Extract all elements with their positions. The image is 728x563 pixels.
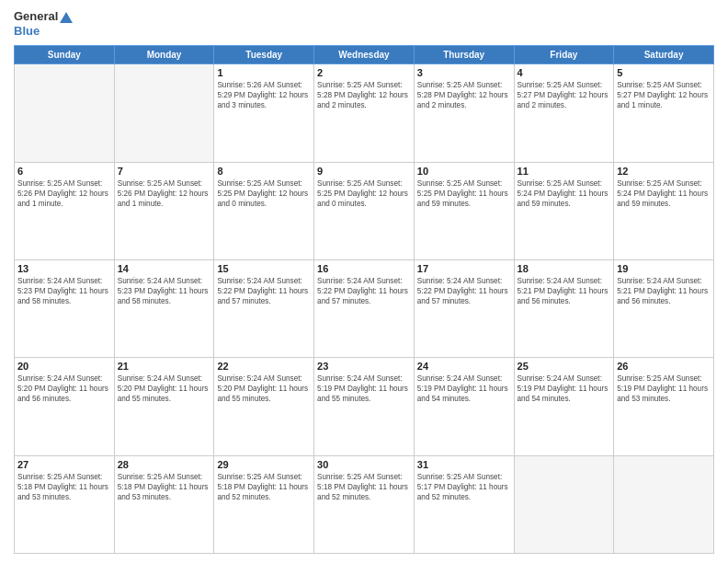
day-cell: 31Sunrise: 5:25 AM Sunset: 5:17 PM Dayli…	[414, 455, 514, 553]
day-cell: 22Sunrise: 5:24 AM Sunset: 5:20 PM Dayli…	[214, 358, 314, 455]
day-info: Sunrise: 5:25 AM Sunset: 5:18 PM Dayligh…	[17, 472, 111, 502]
day-info: Sunrise: 5:24 AM Sunset: 5:19 PM Dayligh…	[317, 373, 411, 404]
weekday-monday: Monday	[114, 46, 214, 64]
day-cell: 8Sunrise: 5:25 AM Sunset: 5:25 PM Daylig…	[214, 162, 314, 259]
day-info: Sunrise: 5:25 AM Sunset: 5:24 PM Dayligh…	[518, 178, 611, 209]
day-info: Sunrise: 5:24 AM Sunset: 5:22 PM Dayligh…	[217, 276, 311, 306]
day-info: Sunrise: 5:24 AM Sunset: 5:21 PM Dayligh…	[617, 276, 711, 306]
day-info: Sunrise: 5:24 AM Sunset: 5:21 PM Dayligh…	[518, 276, 611, 306]
day-cell: 3Sunrise: 5:25 AM Sunset: 5:28 PM Daylig…	[414, 64, 514, 162]
day-cell: 14Sunrise: 5:24 AM Sunset: 5:23 PM Dayli…	[114, 259, 214, 357]
day-cell: 6Sunrise: 5:25 AM Sunset: 5:26 PM Daylig…	[15, 162, 115, 259]
day-info: Sunrise: 5:25 AM Sunset: 5:18 PM Dayligh…	[118, 472, 211, 502]
weekday-wednesday: Wednesday	[314, 46, 415, 64]
day-cell	[614, 455, 714, 553]
day-number: 28	[118, 459, 211, 470]
day-number: 8	[217, 166, 311, 177]
week-row-5: 27Sunrise: 5:25 AM Sunset: 5:18 PM Dayli…	[15, 455, 714, 553]
day-number: 23	[317, 361, 411, 372]
day-number: 10	[417, 166, 511, 177]
day-cell: 25Sunrise: 5:24 AM Sunset: 5:19 PM Dayli…	[514, 358, 614, 455]
day-info: Sunrise: 5:24 AM Sunset: 5:23 PM Dayligh…	[17, 276, 111, 306]
calendar: SundayMondayTuesdayWednesdayThursdayFrid…	[14, 45, 714, 554]
day-number: 5	[617, 67, 711, 78]
day-info: Sunrise: 5:25 AM Sunset: 5:18 PM Dayligh…	[317, 472, 411, 502]
day-cell: 20Sunrise: 5:24 AM Sunset: 5:20 PM Dayli…	[15, 358, 115, 455]
day-cell: 7Sunrise: 5:25 AM Sunset: 5:26 PM Daylig…	[114, 162, 214, 259]
day-info: Sunrise: 5:24 AM Sunset: 5:19 PM Dayligh…	[518, 373, 611, 404]
logo: GeneralBlue	[14, 9, 73, 38]
day-info: Sunrise: 5:25 AM Sunset: 5:25 PM Dayligh…	[417, 178, 511, 209]
day-number: 11	[518, 166, 611, 177]
day-cell: 24Sunrise: 5:24 AM Sunset: 5:19 PM Dayli…	[414, 358, 514, 455]
day-number: 20	[17, 361, 111, 372]
day-info: Sunrise: 5:26 AM Sunset: 5:29 PM Dayligh…	[217, 80, 311, 110]
day-cell: 21Sunrise: 5:24 AM Sunset: 5:20 PM Dayli…	[114, 358, 214, 455]
day-cell: 28Sunrise: 5:25 AM Sunset: 5:18 PM Dayli…	[114, 455, 214, 553]
day-number: 16	[317, 263, 411, 274]
page: GeneralBlue SundayMondayTuesdayWednesday…	[0, 0, 728, 563]
day-cell: 17Sunrise: 5:24 AM Sunset: 5:22 PM Dayli…	[414, 259, 514, 357]
week-row-1: 1Sunrise: 5:26 AM Sunset: 5:29 PM Daylig…	[15, 64, 714, 162]
day-cell: 15Sunrise: 5:24 AM Sunset: 5:22 PM Dayli…	[214, 259, 314, 357]
day-cell: 30Sunrise: 5:25 AM Sunset: 5:18 PM Dayli…	[314, 455, 415, 553]
day-info: Sunrise: 5:25 AM Sunset: 5:18 PM Dayligh…	[217, 472, 311, 502]
day-number: 1	[217, 67, 311, 78]
day-cell: 12Sunrise: 5:25 AM Sunset: 5:24 PM Dayli…	[614, 162, 714, 259]
day-cell: 13Sunrise: 5:24 AM Sunset: 5:23 PM Dayli…	[15, 259, 115, 357]
day-info: Sunrise: 5:25 AM Sunset: 5:26 PM Dayligh…	[118, 178, 211, 209]
day-info: Sunrise: 5:24 AM Sunset: 5:19 PM Dayligh…	[417, 373, 511, 404]
day-number: 13	[17, 263, 111, 274]
day-cell	[15, 64, 115, 162]
day-number: 2	[317, 67, 411, 78]
day-cell: 27Sunrise: 5:25 AM Sunset: 5:18 PM Dayli…	[15, 455, 115, 553]
day-cell: 19Sunrise: 5:24 AM Sunset: 5:21 PM Dayli…	[614, 259, 714, 357]
day-cell	[514, 455, 614, 553]
day-info: Sunrise: 5:25 AM Sunset: 5:27 PM Dayligh…	[518, 80, 611, 110]
day-number: 9	[317, 166, 411, 177]
day-number: 3	[417, 67, 511, 78]
day-number: 12	[617, 166, 711, 177]
day-cell: 5Sunrise: 5:25 AM Sunset: 5:27 PM Daylig…	[614, 64, 714, 162]
weekday-thursday: Thursday	[414, 46, 514, 64]
day-info: Sunrise: 5:25 AM Sunset: 5:26 PM Dayligh…	[17, 178, 111, 209]
week-row-2: 6Sunrise: 5:25 AM Sunset: 5:26 PM Daylig…	[15, 162, 714, 259]
day-info: Sunrise: 5:25 AM Sunset: 5:25 PM Dayligh…	[217, 178, 311, 209]
header: GeneralBlue	[14, 9, 714, 38]
logo-text: GeneralBlue	[14, 9, 73, 38]
day-number: 4	[518, 67, 611, 78]
day-number: 6	[17, 166, 111, 177]
day-cell: 9Sunrise: 5:25 AM Sunset: 5:25 PM Daylig…	[314, 162, 415, 259]
day-number: 30	[317, 459, 411, 470]
day-info: Sunrise: 5:24 AM Sunset: 5:20 PM Dayligh…	[118, 373, 211, 404]
day-number: 14	[118, 263, 211, 274]
day-cell: 23Sunrise: 5:24 AM Sunset: 5:19 PM Dayli…	[314, 358, 415, 455]
weekday-friday: Friday	[514, 46, 614, 64]
weekday-saturday: Saturday	[614, 46, 714, 64]
day-number: 31	[417, 459, 511, 470]
day-info: Sunrise: 5:25 AM Sunset: 5:25 PM Dayligh…	[317, 178, 411, 209]
day-info: Sunrise: 5:25 AM Sunset: 5:28 PM Dayligh…	[317, 80, 411, 110]
day-cell: 16Sunrise: 5:24 AM Sunset: 5:22 PM Dayli…	[314, 259, 415, 357]
day-number: 22	[217, 361, 311, 372]
day-cell: 2Sunrise: 5:25 AM Sunset: 5:28 PM Daylig…	[314, 64, 415, 162]
day-info: Sunrise: 5:25 AM Sunset: 5:27 PM Dayligh…	[617, 80, 711, 110]
weekday-header-row: SundayMondayTuesdayWednesdayThursdayFrid…	[15, 46, 714, 64]
day-info: Sunrise: 5:25 AM Sunset: 5:28 PM Dayligh…	[417, 80, 511, 110]
day-cell: 10Sunrise: 5:25 AM Sunset: 5:25 PM Dayli…	[414, 162, 514, 259]
day-number: 17	[417, 263, 511, 274]
day-number: 15	[217, 263, 311, 274]
day-number: 19	[617, 263, 711, 274]
week-row-3: 13Sunrise: 5:24 AM Sunset: 5:23 PM Dayli…	[15, 259, 714, 357]
day-info: Sunrise: 5:25 AM Sunset: 5:24 PM Dayligh…	[617, 178, 711, 209]
day-info: Sunrise: 5:25 AM Sunset: 5:19 PM Dayligh…	[617, 373, 711, 404]
day-number: 18	[518, 263, 611, 274]
day-number: 29	[217, 459, 311, 470]
day-number: 21	[118, 361, 211, 372]
week-row-4: 20Sunrise: 5:24 AM Sunset: 5:20 PM Dayli…	[15, 358, 714, 455]
day-info: Sunrise: 5:24 AM Sunset: 5:22 PM Dayligh…	[317, 276, 411, 306]
day-info: Sunrise: 5:24 AM Sunset: 5:20 PM Dayligh…	[17, 373, 111, 404]
day-number: 26	[617, 361, 711, 372]
day-number: 7	[118, 166, 211, 177]
day-cell: 11Sunrise: 5:25 AM Sunset: 5:24 PM Dayli…	[514, 162, 614, 259]
